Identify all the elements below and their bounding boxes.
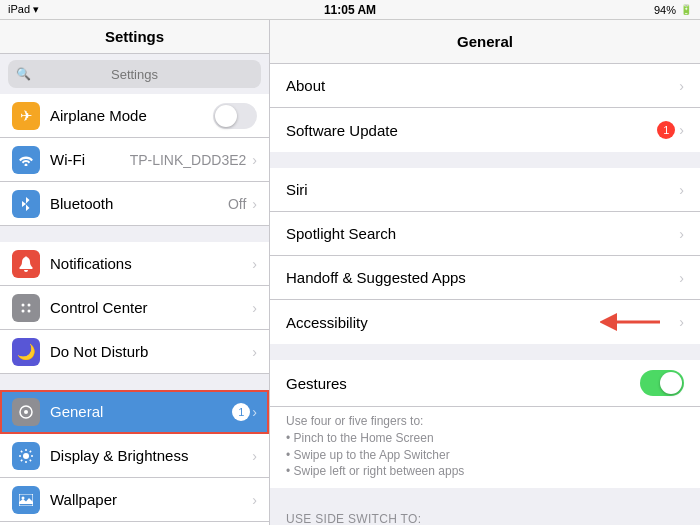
controlcenter-label: Control Center (50, 299, 250, 316)
status-time: 11:05 AM (324, 3, 376, 17)
svg-point-3 (28, 309, 31, 312)
displaybrightness-icon (12, 442, 40, 470)
sidebar-gap-2 (0, 374, 269, 390)
search-bar: 🔍 (0, 54, 269, 94)
airplane-icon: ✈ (12, 102, 40, 130)
wifi-icon (12, 146, 40, 174)
content-group-gestures: Gestures Use four or five fingers to: • … (270, 360, 700, 488)
content-group-1: About › Software Update 1 › (270, 64, 700, 152)
content-group-2: Siri › Spotlight Search › Handoff & Sugg… (270, 168, 700, 344)
bluetooth-icon (12, 190, 40, 218)
content-list: About › Software Update 1 › Siri › Spotl… (270, 64, 700, 525)
airplane-label: Airplane Mode (50, 107, 213, 124)
donotdisturb-icon: 🌙 (12, 338, 40, 366)
content-panel: General About › Software Update 1 › Siri (270, 20, 700, 525)
sidebar-list: ✈ Airplane Mode Wi-Fi TP-LINK_DDD3E2 › (0, 94, 269, 525)
battery-icon: 🔋 (680, 4, 692, 15)
gestures-label: Gestures (286, 375, 640, 392)
svg-point-1 (28, 303, 31, 306)
svg-point-0 (22, 303, 25, 306)
notifications-label: Notifications (50, 255, 250, 272)
svg-line-14 (21, 459, 22, 460)
svg-point-2 (22, 309, 25, 312)
softwareupdate-label: Software Update (286, 122, 657, 139)
siri-chevron: › (679, 182, 684, 198)
siri-label: Siri (286, 181, 679, 198)
spotlight-label: Spotlight Search (286, 225, 679, 242)
sidebar-item-displaybrightness[interactable]: Display & Brightness › (0, 434, 269, 478)
sidebar-title: Settings (0, 20, 269, 54)
sidebar-item-donotdisturb[interactable]: 🌙 Do Not Disturb › (0, 330, 269, 374)
about-label: About (286, 77, 679, 94)
content-item-softwareupdate[interactable]: Software Update 1 › (270, 108, 700, 152)
bluetooth-label: Bluetooth (50, 195, 228, 212)
displaybrightness-chevron: › (252, 448, 257, 464)
content-item-about[interactable]: About › (270, 64, 700, 108)
battery-label: 94% (654, 4, 676, 16)
search-icon: 🔍 (16, 67, 31, 81)
content-gap-2 (270, 344, 700, 360)
handoff-chevron: › (679, 270, 684, 286)
notifications-chevron: › (252, 256, 257, 272)
accessibility-chevron: › (679, 314, 684, 330)
gestures-toggle[interactable] (640, 370, 684, 396)
content-item-gestures[interactable]: Gestures (270, 360, 700, 407)
donotdisturb-chevron: › (252, 344, 257, 360)
content-title: General (270, 20, 700, 64)
content-gap-1 (270, 152, 700, 168)
controlcenter-icon (12, 294, 40, 322)
softwareupdate-badge: 1 (657, 121, 675, 139)
softwareupdate-chevron: › (679, 122, 684, 138)
bluetooth-value: Off (228, 196, 246, 212)
svg-line-13 (30, 450, 31, 451)
red-arrow-annotation (600, 310, 670, 334)
gestures-subtext: Use four or five fingers to: • Pinch to … (270, 407, 700, 488)
search-wrapper: 🔍 (8, 60, 261, 88)
content-gap-3 (270, 488, 700, 504)
sidebar: Settings 🔍 ✈ Airplane Mode Wi- (0, 20, 270, 525)
about-chevron: › (679, 78, 684, 94)
svg-point-6 (23, 453, 29, 459)
notifications-icon (12, 250, 40, 278)
svg-line-12 (30, 459, 31, 460)
sidebar-item-controlcenter[interactable]: Control Center › (0, 286, 269, 330)
wifi-label: Wi-Fi (50, 151, 130, 168)
controlcenter-chevron: › (252, 300, 257, 316)
bluetooth-chevron: › (252, 196, 257, 212)
status-right: 94% 🔋 (654, 4, 692, 16)
wifi-value: TP-LINK_DDD3E2 (130, 152, 247, 168)
sidebar-item-notifications[interactable]: Notifications › (0, 242, 269, 286)
use-side-switch-label: USE SIDE SWITCH TO: (270, 504, 700, 525)
general-icon (12, 398, 40, 426)
status-left: iPad ▾ (8, 3, 39, 16)
wallpaper-label: Wallpaper (50, 491, 250, 508)
content-item-handoff[interactable]: Handoff & Suggested Apps › (270, 256, 700, 300)
svg-line-11 (21, 450, 22, 451)
search-input[interactable] (8, 60, 261, 88)
sidebar-gap-1 (0, 226, 269, 242)
sidebar-item-general[interactable]: General 1 › (0, 390, 269, 434)
content-item-siri[interactable]: Siri › (270, 168, 700, 212)
main-container: Settings 🔍 ✈ Airplane Mode Wi- (0, 20, 700, 525)
sidebar-item-wifi[interactable]: Wi-Fi TP-LINK_DDD3E2 › (0, 138, 269, 182)
wallpaper-icon (12, 486, 40, 514)
sidebar-item-airplane[interactable]: ✈ Airplane Mode (0, 94, 269, 138)
content-item-spotlight[interactable]: Spotlight Search › (270, 212, 700, 256)
ipad-label: iPad ▾ (8, 3, 39, 16)
sidebar-item-wallpaper[interactable]: Wallpaper › (0, 478, 269, 522)
sidebar-item-bluetooth[interactable]: Bluetooth Off › (0, 182, 269, 226)
general-chevron: › (252, 404, 257, 420)
spotlight-chevron: › (679, 226, 684, 242)
content-item-accessibility[interactable]: Accessibility › (270, 300, 700, 344)
displaybrightness-label: Display & Brightness (50, 447, 250, 464)
red-arrow-svg (600, 310, 670, 334)
donotdisturb-label: Do Not Disturb (50, 343, 250, 360)
wallpaper-chevron: › (252, 492, 257, 508)
wifi-chevron: › (252, 152, 257, 168)
general-badge: 1 (232, 403, 250, 421)
airplane-toggle[interactable] (213, 103, 257, 129)
general-label: General (50, 403, 232, 420)
svg-point-5 (24, 410, 28, 414)
status-bar: iPad ▾ 11:05 AM 94% 🔋 (0, 0, 700, 20)
handoff-label: Handoff & Suggested Apps (286, 269, 679, 286)
